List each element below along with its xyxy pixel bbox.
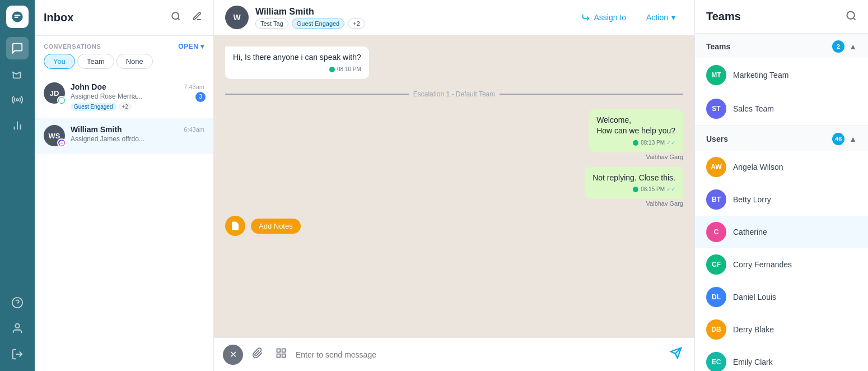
msg-time-3: 08:15 PM ✓✓	[592, 186, 675, 193]
svg-point-10	[633, 187, 638, 192]
user-item-angela-wilson[interactable]: AW Angela Wilson	[695, 151, 868, 183]
message-outgoing-1: Welcome, How can we help you? 08:13 PM ✓…	[225, 109, 683, 160]
users-list: AW Angela Wilson BT Betty Lorry C Cather…	[695, 151, 868, 371]
attach-button[interactable]	[249, 344, 267, 365]
send-button[interactable]	[666, 344, 685, 365]
broadcast-nav-icon[interactable]	[6, 63, 29, 85]
user-avatar-angela-wilson: AW	[706, 157, 726, 177]
add-notes-button[interactable]: Add Notes	[251, 219, 301, 234]
conv-content-william-smith: William Smith 6:43am Assigned James offr…	[71, 125, 204, 145]
team-avatar-sales: ST	[706, 99, 726, 119]
user-name-betty-lorry: Betty Lorry	[733, 195, 771, 204]
users-collapse-icon[interactable]: ▲	[849, 135, 857, 143]
team-item-marketing[interactable]: MT Marketing Team	[695, 58, 868, 92]
team-name-marketing: Marketing Team	[733, 71, 788, 80]
user-name-derry-blake: Derry Blake	[733, 325, 774, 334]
messenger-badge	[57, 138, 66, 147]
msg-sender-3: Vaibhav Garg	[646, 200, 683, 207]
avatar-john-doe: JD	[44, 82, 65, 104]
user-name-daniel-louis: Daniel Louis	[733, 293, 776, 302]
filter-tab-none[interactable]: None	[116, 54, 153, 69]
avatar-william-smith: WS	[44, 125, 65, 146]
message-outgoing-2: Not replying. Close this. 08:15 PM ✓✓ Va…	[225, 167, 683, 207]
svg-line-7	[178, 18, 179, 20]
user-avatar-catherine: C	[706, 222, 726, 242]
action-dropdown-button[interactable]: Action ▾	[638, 9, 683, 26]
user-item-derry-blake[interactable]: DB Derry Blake	[695, 313, 868, 346]
user-item-corry-fernandes[interactable]: CF Corry Fernandes	[695, 248, 868, 281]
teams-search-button[interactable]	[846, 10, 857, 23]
user-item-daniel-louis[interactable]: DL Daniel Louis	[695, 281, 868, 313]
teams-section-header: Teams 2 ▲	[695, 34, 868, 58]
left-nav	[0, 0, 35, 371]
app-logo	[6, 6, 29, 28]
chat-header: W William Smith Test Tag Guest Engaged +…	[214, 0, 694, 35]
user-name-corry-fernandes: Corry Fernandes	[733, 260, 792, 269]
search-button[interactable]	[169, 9, 183, 26]
cancel-button[interactable]: ✕	[223, 345, 243, 365]
user-item-betty-lorry[interactable]: BT Betty Lorry	[695, 183, 868, 216]
sidebar-header: Inbox	[35, 0, 213, 36]
conv-sub-william-smith: Assigned James offrdo...	[71, 135, 204, 143]
conv-time-william-smith: 6:43am	[184, 126, 204, 133]
conversation-list: JD John Doe 7:43am Assigned Rose Merria.…	[35, 76, 213, 371]
team-item-sales[interactable]: ST Sales Team	[695, 92, 868, 126]
user-item-emily-clark[interactable]: EC Emily Clark	[695, 346, 868, 371]
conversations-label: CONVERSATIONS Open ▾	[35, 36, 213, 54]
tag-guest-engaged-header: Guest Engaged	[292, 18, 344, 29]
filter-tab-team[interactable]: Team	[77, 54, 114, 69]
conversation-item-william-smith[interactable]: WS William Smith 6:43am Assigned James o…	[35, 118, 213, 154]
user-avatar-corry-fernandes: CF	[706, 254, 726, 275]
user-item-catherine[interactable]: C Catherine	[695, 216, 868, 248]
users-section-header: Users 46 ▲	[695, 126, 868, 151]
teams-collapse-icon[interactable]: ▲	[849, 42, 857, 51]
msg-time-1: 08:10 PM	[233, 66, 361, 73]
profile-nav-icon[interactable]	[6, 317, 29, 340]
compose-button[interactable]	[190, 9, 204, 26]
help-nav-icon[interactable]	[6, 291, 29, 314]
assign-to-button[interactable]: Assign to	[573, 9, 634, 26]
inbox-nav-icon[interactable]	[6, 37, 29, 59]
analytics-nav-icon[interactable]	[6, 114, 29, 137]
chat-contact-info: William Smith Test Tag Guest Engaged +2	[255, 7, 567, 29]
teams-section-label: Teams	[706, 42, 730, 51]
whatsapp-badge	[57, 96, 66, 105]
right-panel-title: Teams	[706, 10, 741, 23]
conv-name-william-smith: William Smith	[71, 125, 122, 134]
radio-nav-icon[interactable]	[6, 89, 29, 111]
chat-actions: Assign to Action ▾	[573, 9, 683, 26]
logout-nav-icon[interactable]	[6, 343, 29, 365]
msg-sender-2: Vaibhav Garg	[646, 154, 683, 160]
svg-point-8	[329, 67, 335, 72]
bubble-outgoing-2: Not replying. Close this. 08:15 PM ✓✓	[585, 167, 683, 200]
conv-sub-john-doe: Assigned Rose Merria...	[71, 92, 204, 100]
message-input[interactable]	[296, 346, 661, 364]
right-panel: Teams Teams 2 ▲ MT Marketing Team ST Sal…	[694, 0, 868, 371]
team-avatar-marketing: MT	[706, 65, 726, 85]
sidebar: Inbox CONVERSATIONS Open ▾ You Team None	[35, 0, 214, 371]
right-panel-header: Teams	[695, 0, 868, 34]
user-avatar-derry-blake: DB	[706, 319, 726, 340]
svg-line-20	[853, 18, 856, 20]
conv-time-john-doe: 7:43am	[184, 84, 204, 90]
svg-point-6	[172, 12, 179, 19]
svg-rect-14	[282, 349, 286, 353]
filter-tab-you[interactable]: You	[44, 54, 75, 69]
users-section-label: Users	[706, 135, 728, 143]
chat-footer: ✕	[214, 337, 694, 371]
svg-point-9	[633, 140, 638, 146]
template-button[interactable]	[272, 344, 290, 365]
add-notes-area: Add Notes	[225, 216, 683, 236]
user-name-catherine: Catherine	[733, 228, 767, 236]
user-avatar-daniel-louis: DL	[706, 287, 726, 307]
msg-text-3: Not replying. Close this.	[592, 173, 675, 182]
msg-text-2: Welcome, How can we help you?	[596, 115, 675, 136]
open-dropdown[interactable]: Open ▾	[178, 43, 204, 50]
tag-test-tag: Test Tag	[255, 18, 288, 29]
notes-icon[interactable]	[225, 216, 245, 236]
users-section: Users 46 ▲ AW Angela Wilson BT Betty Lor…	[695, 126, 868, 371]
user-name-angela-wilson: Angela Wilson	[733, 163, 783, 171]
filter-tabs: You Team None	[35, 54, 213, 76]
svg-rect-16	[277, 354, 281, 358]
conversation-item-john-doe[interactable]: JD John Doe 7:43am Assigned Rose Merria.…	[35, 76, 213, 118]
